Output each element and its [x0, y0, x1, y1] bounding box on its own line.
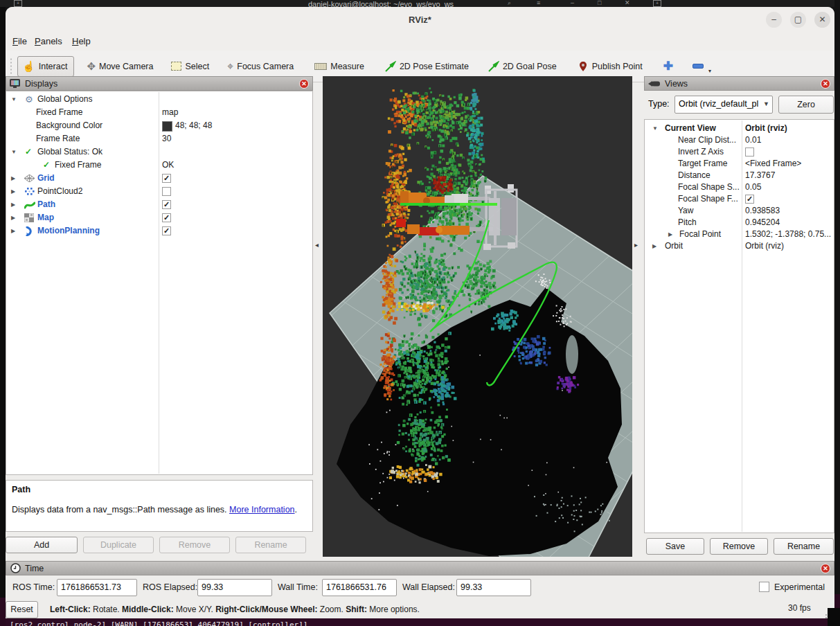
- close-button[interactable]: ✕: [814, 12, 830, 28]
- row-focal-shape-fixed[interactable]: Focal Shape F... ✓: [645, 193, 833, 205]
- tool-interact[interactable]: ☝ Interact: [17, 56, 74, 77]
- row-target-frame[interactable]: Target Frame <Fixed Frame>: [645, 158, 833, 170]
- row-focal-shape-size[interactable]: Focal Shape S... 0.05: [645, 181, 833, 193]
- expander-right-icon[interactable]: ▶: [652, 240, 656, 252]
- distance-value[interactable]: 17.3767: [745, 170, 775, 181]
- row-grid[interactable]: ▶ Grid ✓: [7, 172, 312, 185]
- more-information-link[interactable]: More Information: [229, 505, 294, 515]
- row-fixed-frame[interactable]: Fixed Frame map: [7, 106, 312, 119]
- row-near-clip[interactable]: Near Clip Dist... 0.01: [645, 134, 833, 146]
- zero-button[interactable]: Zero: [778, 96, 834, 114]
- tool-measure[interactable]: Measure: [314, 62, 364, 71]
- grid-checkbox[interactable]: ✓: [162, 174, 171, 183]
- save-view-button[interactable]: Save: [646, 538, 704, 555]
- remove-view-button[interactable]: Remove: [710, 538, 768, 555]
- toolbar-drag-handle[interactable]: [10, 57, 13, 75]
- tool-remove-button[interactable]: ▾: [692, 58, 711, 74]
- row-orbit[interactable]: ▶ Orbit Orbit (rviz): [645, 240, 833, 252]
- remove-display-button[interactable]: Remove: [159, 537, 230, 553]
- terminal-minimize-icon[interactable]: –: [571, 0, 574, 6]
- tool-2d-pose-estimate[interactable]: 2D Pose Estimate: [385, 61, 469, 72]
- row-background-color[interactable]: Background Color 48; 48; 48: [7, 119, 312, 132]
- collapse-right-arrow-icon[interactable]: ▸: [634, 241, 638, 249]
- wall-time-input[interactable]: 1761866531.76: [322, 579, 397, 596]
- row-global-status[interactable]: ▼ ✓ Global Status: Ok: [7, 145, 312, 159]
- rename-view-button[interactable]: Rename: [774, 538, 834, 555]
- terminal-close-icon[interactable]: ✕: [625, 0, 630, 6]
- displays-close-icon[interactable]: ✕: [299, 79, 309, 89]
- terminal-new-tab-icon[interactable]: +: [14, 0, 22, 7]
- ros-time-input[interactable]: 1761866531.73: [57, 579, 137, 596]
- 3d-viewport[interactable]: [323, 76, 632, 557]
- menu-file[interactable]: File: [12, 36, 27, 46]
- path-checkbox[interactable]: ✓: [162, 200, 171, 209]
- terminal-add-tab-icon[interactable]: +: [653, 0, 661, 7]
- fixed-frame-value[interactable]: map: [162, 106, 178, 119]
- ros-elapsed-input[interactable]: 99.33: [197, 579, 272, 596]
- expander-down-icon[interactable]: ▼: [11, 93, 17, 106]
- tool-2d-goal-pose[interactable]: 2D Goal Pose: [488, 61, 557, 72]
- background-color-value[interactable]: 48; 48; 48: [175, 119, 212, 132]
- time-panel-header[interactable]: Time ✕: [6, 561, 834, 575]
- tool-focus-camera[interactable]: ⌖ Focus Camera: [227, 62, 294, 71]
- expander-right-icon[interactable]: ▶: [11, 185, 15, 198]
- target-frame-value[interactable]: <Fixed Frame>: [745, 158, 801, 170]
- row-motionplanning[interactable]: ▶ MotionPlanning ✓: [7, 224, 312, 238]
- expander-right-icon[interactable]: ▶: [11, 224, 15, 238]
- maximize-button[interactable]: ▢: [790, 12, 806, 28]
- tool-publish-point[interactable]: Publish Point: [578, 61, 643, 72]
- view-type-dropdown[interactable]: Orbit (rviz_default_pl ▼: [674, 96, 773, 114]
- reset-button[interactable]: Reset: [6, 601, 38, 618]
- terminal-maximize-icon[interactable]: □: [598, 0, 601, 6]
- duplicate-button[interactable]: Duplicate: [83, 537, 154, 553]
- row-pointcloud2[interactable]: ▶ PointCloud2 ✓: [7, 185, 312, 198]
- focal-shape-size-value[interactable]: 0.05: [745, 181, 761, 193]
- menu-help[interactable]: Help: [72, 36, 91, 46]
- row-global-options[interactable]: ▼ ⚙ Global Options: [7, 93, 312, 106]
- expander-right-icon[interactable]: ▶: [11, 172, 15, 185]
- row-focal-point[interactable]: ▶ Focal Point 1.5302; -1.3788; 0.75...: [645, 229, 833, 240]
- expander-right-icon[interactable]: ▶: [11, 198, 15, 211]
- displays-panel-header[interactable]: Displays ✕: [6, 76, 313, 91]
- expander-right-icon[interactable]: ▶: [668, 229, 672, 240]
- views-close-icon[interactable]: ✕: [821, 79, 830, 89]
- time-close-icon[interactable]: ✕: [821, 564, 830, 573]
- expander-down-icon[interactable]: ▼: [11, 145, 17, 159]
- frame-rate-value[interactable]: 30: [162, 132, 171, 145]
- terminal-search-icon[interactable]: ⌕: [508, 0, 511, 7]
- color-swatch[interactable]: [162, 121, 172, 132]
- focal-point-value[interactable]: 1.5302; -1.3788; 0.75...: [745, 229, 831, 240]
- near-clip-value[interactable]: 0.01: [745, 134, 761, 146]
- pointcloud2-checkbox[interactable]: ✓: [162, 187, 171, 196]
- wall-elapsed-input[interactable]: 99.33: [456, 579, 531, 596]
- rename-display-button[interactable]: Rename: [235, 537, 306, 553]
- menu-panels[interactable]: Panels: [35, 36, 62, 46]
- window-titlebar[interactable]: RViz* – ▢ ✕: [6, 7, 834, 33]
- row-yaw[interactable]: Yaw 0.938583: [645, 205, 833, 217]
- row-distance[interactable]: Distance 17.3767: [645, 170, 833, 181]
- terminal-menu-icon[interactable]: ≡: [537, 0, 540, 6]
- tool-select[interactable]: Select: [171, 62, 209, 71]
- focal-shape-fixed-checkbox[interactable]: ✓: [745, 195, 754, 204]
- add-button[interactable]: Add: [6, 537, 78, 553]
- invert-z-checkbox[interactable]: ✓: [745, 147, 754, 156]
- row-path[interactable]: ▶ Path ✓: [7, 198, 312, 211]
- expander-down-icon[interactable]: ▼: [652, 123, 658, 134]
- row-current-view[interactable]: ▼ Current View Orbit (rviz): [645, 123, 833, 134]
- pitch-value[interactable]: 0.945204: [745, 217, 780, 229]
- row-status-fixed-frame[interactable]: ✓ Fixed Frame OK: [7, 159, 312, 172]
- collapse-left-arrow-icon[interactable]: ◂: [315, 241, 319, 249]
- minimize-button[interactable]: –: [766, 12, 782, 28]
- map-checkbox[interactable]: ✓: [162, 213, 171, 222]
- row-pitch[interactable]: Pitch 0.945204: [645, 217, 833, 229]
- row-invert-z[interactable]: Invert Z Axis ✓: [645, 146, 833, 158]
- motionplanning-checkbox[interactable]: ✓: [162, 226, 171, 235]
- row-map[interactable]: ▶ Map ✓: [7, 211, 312, 224]
- tool-move-camera[interactable]: ✥ Move Camera: [87, 60, 153, 73]
- row-frame-rate[interactable]: Frame Rate 30: [7, 132, 312, 145]
- tool-add-button[interactable]: ✚: [663, 59, 673, 73]
- experimental-checkbox[interactable]: ✓: [759, 582, 769, 592]
- views-panel-header[interactable]: Views ✕: [644, 76, 834, 91]
- yaw-value[interactable]: 0.938583: [745, 205, 780, 217]
- expander-right-icon[interactable]: ▶: [11, 211, 15, 224]
